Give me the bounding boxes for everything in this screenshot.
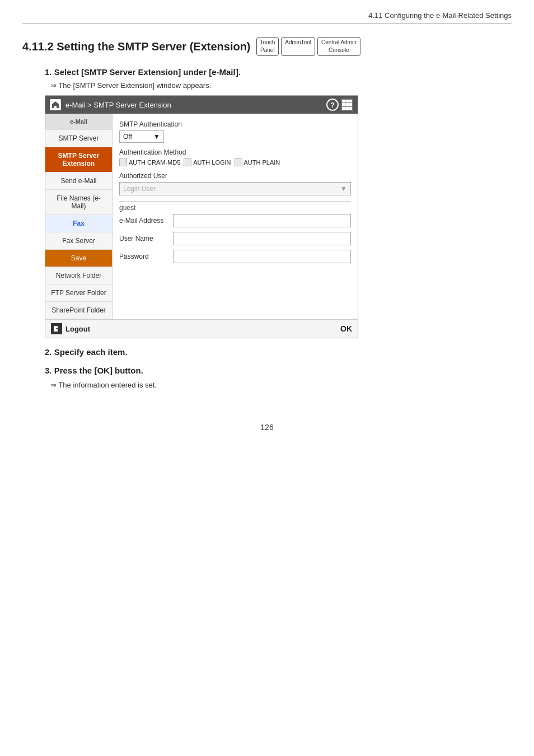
user-name-input[interactable] xyxy=(173,232,351,245)
sidebar-item-smtp-server[interactable]: SMTP Server xyxy=(45,130,112,147)
smtp-auth-group: SMTP Authentication Off ▼ xyxy=(119,120,351,143)
auth-cram-md5-label: AUTH CRAM-MD5 xyxy=(129,159,180,166)
dropdown-arrow-icon: ▼ xyxy=(153,133,160,141)
sidebar-item-ftp-server-folder[interactable]: FTP Server Folder xyxy=(45,284,112,302)
logout-label: Logout xyxy=(65,325,90,333)
ui-window: e-Mail > SMTP Server Extension ? e-Mail … xyxy=(45,95,358,338)
separator xyxy=(119,201,351,202)
section-title: 4.11.2 Setting the SMTP Server (Extensio… xyxy=(22,37,512,56)
page-header: 4.11 Configuring the e-Mail-Related Sett… xyxy=(22,11,512,24)
user-name-row: User Name xyxy=(119,232,351,245)
header-title: 4.11 Configuring the e-Mail-Related Sett… xyxy=(368,11,512,20)
logout-icon xyxy=(51,323,62,334)
step-2: 2. Specify each item. xyxy=(45,347,512,357)
auth-cram-md5-checkbox[interactable] xyxy=(119,158,127,166)
email-address-row: e-Mail Address xyxy=(119,214,351,227)
email-address-input[interactable] xyxy=(173,214,351,227)
sidebar-item-smtp-server-extension[interactable]: SMTP Server Extension xyxy=(45,147,112,172)
badge-central-admin: Central AdminConsole xyxy=(317,37,360,56)
auth-method-label: Authentication Method xyxy=(119,148,351,156)
sidebar-item-send-email[interactable]: Send e-Mail xyxy=(45,172,112,190)
sidebar-item-file-names[interactable]: File Names (e-Mail) xyxy=(45,190,112,215)
step-3: 3. Press the [OK] button. The informatio… xyxy=(45,366,512,389)
auth-method-group: Authentication Method AUTH CRAM-MD5 AUTH… xyxy=(119,148,351,166)
sidebar-item-sharepoint-folder[interactable]: SharePoint Folder xyxy=(45,302,112,319)
password-row: Password xyxy=(119,250,351,263)
badge-touch-panel: TouchPanel xyxy=(256,37,279,56)
sidebar-item-fax-server[interactable]: Fax Server xyxy=(45,232,112,250)
user-name-label: User Name xyxy=(119,235,170,242)
sidebar-item-network-folder[interactable]: Network Folder xyxy=(45,267,112,284)
sidebar: e-Mail SMTP Server SMTP Server Extension… xyxy=(45,114,113,319)
page-footer: 126 xyxy=(22,423,512,432)
grid-button[interactable] xyxy=(341,99,353,111)
auth-plain-checkbox[interactable] xyxy=(235,158,242,166)
authorized-user-select[interactable]: Login User ▼ xyxy=(119,182,351,195)
home-icon[interactable] xyxy=(50,99,61,110)
auth-method-row: AUTH CRAM-MD5 AUTH LOGIN AUTH PLAIN xyxy=(119,158,351,166)
sidebar-item-save[interactable]: Save xyxy=(45,250,112,267)
auth-login-item[interactable]: AUTH LOGIN xyxy=(184,158,231,166)
smtp-auth-label: SMTP Authentication xyxy=(119,120,351,128)
auth-plain-item[interactable]: AUTH PLAIN xyxy=(235,158,280,166)
auth-login-checkbox[interactable] xyxy=(184,158,191,166)
titlebar-right: ? xyxy=(326,99,353,111)
smtp-auth-select[interactable]: Off ▼ xyxy=(119,130,164,143)
window-body: e-Mail SMTP Server SMTP Server Extension… xyxy=(45,114,358,319)
help-button[interactable]: ? xyxy=(326,99,339,111)
password-label: Password xyxy=(119,253,170,260)
step-3-title: 3. Press the [OK] button. xyxy=(45,366,512,375)
auth-login-label: AUTH LOGIN xyxy=(193,159,231,166)
window-footer: Logout OK xyxy=(45,319,358,338)
section-title-text: 4.11.2 Setting the SMTP Server (Extensio… xyxy=(22,40,251,53)
page-number: 126 xyxy=(260,423,273,432)
email-address-label: e-Mail Address xyxy=(119,217,170,225)
authorized-user-row: Login User ▼ xyxy=(119,182,351,195)
auth-cram-md5-item[interactable]: AUTH CRAM-MD5 xyxy=(119,158,180,166)
authorized-user-label: Authorized User xyxy=(119,172,351,180)
smtp-auth-value: Off xyxy=(123,133,132,141)
step-1-title: 1. Select [SMTP Server Extension] under … xyxy=(45,67,512,77)
logout-button[interactable]: Logout xyxy=(51,323,90,334)
authorized-user-placeholder: Login User xyxy=(123,185,156,193)
sidebar-item-email-header: e-Mail xyxy=(45,114,112,130)
step-3-arrow: The information entered is set. xyxy=(50,381,512,389)
authorized-user-dropdown-icon: ▼ xyxy=(340,185,347,193)
sidebar-item-fax-header: Fax xyxy=(45,215,112,232)
step-1: 1. Select [SMTP Server Extension] under … xyxy=(45,67,512,338)
content-area: SMTP Authentication Off ▼ Authentication… xyxy=(113,114,358,319)
step-1-arrow: The [SMTP Server Extension] window appea… xyxy=(50,81,512,90)
ok-button[interactable]: OK xyxy=(340,324,352,333)
authorized-user-group: Authorized User Login User ▼ xyxy=(119,172,351,195)
auth-plain-label: AUTH PLAIN xyxy=(244,159,280,166)
guest-label: guest xyxy=(119,204,351,212)
badge-group: TouchPanel AdminTool Central AdminConsol… xyxy=(256,37,360,56)
titlebar: e-Mail > SMTP Server Extension ? xyxy=(45,96,358,114)
step-2-title: 2. Specify each item. xyxy=(45,347,512,357)
titlebar-left: e-Mail > SMTP Server Extension xyxy=(50,99,171,110)
badge-admin-tool: AdminTool xyxy=(281,37,315,56)
password-input[interactable] xyxy=(173,250,351,263)
titlebar-path: e-Mail > SMTP Server Extension xyxy=(65,101,171,109)
